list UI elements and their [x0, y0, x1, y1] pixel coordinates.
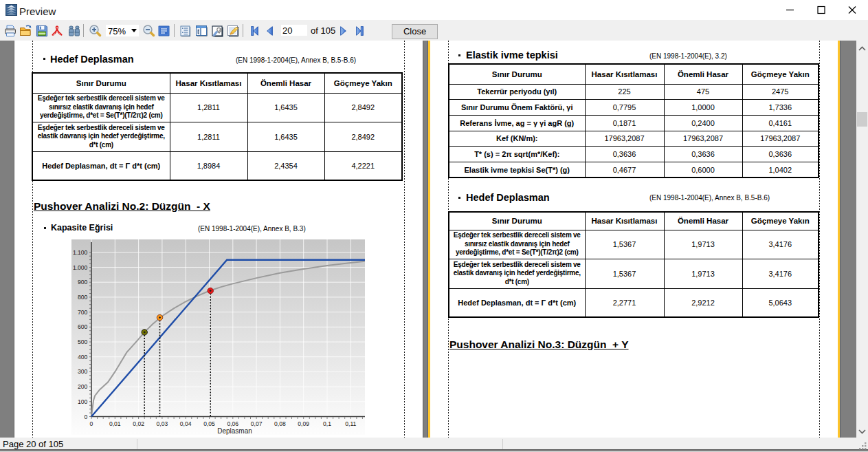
- svg-text:700: 700: [78, 309, 88, 316]
- svg-text:0,1: 0,1: [323, 420, 331, 427]
- svg-text:0,01: 0,01: [109, 420, 121, 427]
- svg-text:0,08: 0,08: [274, 420, 286, 427]
- svg-text:800: 800: [78, 294, 88, 301]
- svg-text:0,02: 0,02: [133, 420, 144, 427]
- svg-text:100: 100: [78, 398, 88, 405]
- svg-text:1.000: 1.000: [73, 264, 88, 271]
- svg-text:0,06: 0,06: [227, 420, 238, 427]
- svg-text:400: 400: [78, 354, 88, 360]
- svg-text:0,09: 0,09: [298, 420, 309, 427]
- svg-text:Deplasman: Deplasman: [217, 427, 252, 435]
- svg-text:900: 900: [78, 279, 88, 286]
- svg-text:600: 600: [78, 323, 88, 330]
- svg-text:0: 0: [90, 420, 93, 427]
- svg-text:0,05: 0,05: [203, 420, 215, 427]
- svg-text:0,04: 0,04: [180, 420, 192, 427]
- svg-text:500: 500: [78, 338, 88, 345]
- svg-text:200: 200: [78, 383, 88, 390]
- svg-text:0,07: 0,07: [251, 420, 263, 427]
- svg-text:0: 0: [85, 413, 88, 420]
- svg-text:1.100: 1.100: [73, 249, 88, 256]
- svg-text:300: 300: [78, 368, 88, 375]
- svg-text:0,11: 0,11: [345, 420, 356, 427]
- svg-text:0,03: 0,03: [157, 420, 168, 427]
